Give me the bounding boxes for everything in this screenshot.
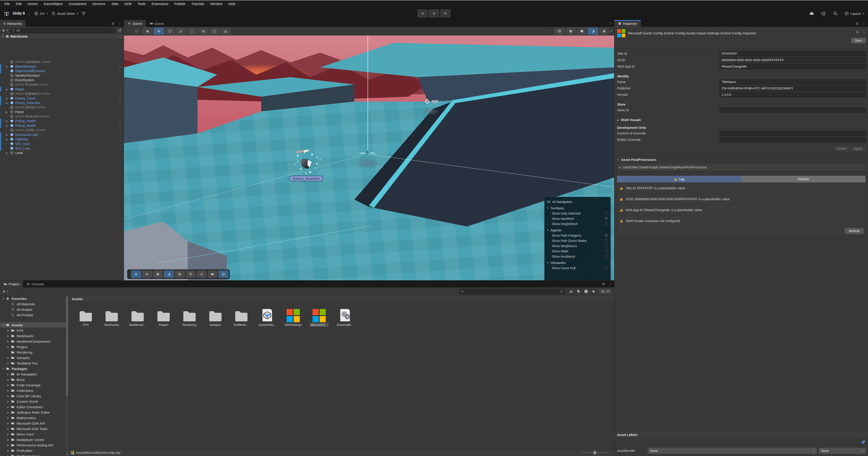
hierarchy-row[interactable]: ObjectiveKillEnemies› [0,69,124,73]
kebab-menu-icon[interactable]: ⋮ [862,30,866,34]
expander-icon[interactable]: ▶ [7,438,11,441]
project-tree-item[interactable]: Rendering [0,349,65,355]
favorites-star-icon[interactable] [592,290,595,293]
expander-icon[interactable]: ▶ [7,378,11,381]
nav-option-row[interactable]: Show NavMesh✓ [547,216,608,221]
hierarchy-row[interactable]: ▶Player› [0,87,124,91]
checkbox[interactable] [605,254,608,258]
kebab-menu-icon[interactable]: ⋮ [118,34,122,39]
hierarchy-row[interactable]: ▶Level [0,151,124,155]
hierarchy-row[interactable]: ▶Enemy_Turret› [0,96,124,100]
checkbox-checked[interactable]: ✓ [605,234,608,237]
prefab-chevron-icon[interactable]: › [119,96,121,100]
account-button[interactable]: ZH ▼ [34,11,48,16]
shell-visuals-header[interactable]: ▶Shell Visuals [614,117,868,122]
hierarchy-row[interactable]: VFX_Lava› [0,146,124,151]
hierarchy-row[interactable]: ===== ENEMIES ===== [0,91,124,96]
tab-project[interactable]: Project [0,280,23,287]
open-new-window-icon[interactable] [118,28,121,32]
expander-icon[interactable]: ▶ [7,422,11,425]
menu-component[interactable]: Component [66,0,89,7]
transform-tool[interactable] [198,28,209,35]
expander-icon[interactable]: ▶ [7,406,11,408]
checkbox[interactable] [605,249,608,253]
hidden-items-toggle[interactable]: 27 [599,289,612,294]
expander-icon[interactable]: ▶ [7,373,11,375]
project-tree-item[interactable]: ▶Mathematics [0,415,65,421]
refresh-button[interactable]: Refresh [845,228,864,234]
step-button[interactable] [440,9,451,18]
menu-extensions[interactable]: Extensions [149,0,171,7]
scene-lighting-moon[interactable] [164,270,174,278]
project-tree-item[interactable]: ▶Mono Cecil [0,431,65,437]
asset-item[interactable]: ModAssets [99,307,125,327]
view-cube-tool[interactable] [131,28,142,35]
assetbundle-dropdown[interactable]: None▼ [648,448,816,454]
rotate-tool[interactable] [165,28,175,35]
gizmo-layers[interactable] [175,270,185,278]
expander-icon[interactable]: ▶ [7,384,11,386]
asset-item[interactable]: Plugins [151,307,177,327]
prefab-chevron-icon[interactable]: › [119,65,121,68]
overlay-settings[interactable] [142,270,152,278]
add-gameobject-button[interactable]: + [2,28,5,33]
shading-wireframe[interactable] [554,28,565,35]
hierarchy-row[interactable]: ===== GENERAL ===== [0,60,124,64]
asset-item[interactable]: DefaultVolu... [254,307,280,327]
navigation-compass[interactable] [218,270,228,278]
hierarchy-row[interactable]: ===== PLAYER ===== [0,82,124,87]
project-tree-item[interactable]: ▶Samples [0,355,65,360]
tree-scrollbar[interactable]: ▼ [65,296,68,456]
menu-publish[interactable]: Publish [171,0,188,7]
tab-console[interactable]: Console [23,280,48,287]
checkbox-checked[interactable]: ✓ [605,217,608,220]
project-tree-item[interactable]: ▶JetBrains Rider Editor [0,409,65,415]
expander-icon[interactable]: ▶ [7,346,11,348]
project-tree-item[interactable]: ▶Collections [0,388,65,393]
menu-gdk[interactable]: GDK [121,0,135,7]
expander-icon[interactable]: ▶ [6,88,10,91]
project-tree-item[interactable]: ▶Microsoft GDK API [0,421,65,426]
expander-icon[interactable]: ▶ [619,166,621,169]
hierarchy-row[interactable]: EventSystem [0,78,124,82]
play-button[interactable] [417,9,428,18]
nav-option-row[interactable]: Show HeightMesh [547,221,608,226]
project-tree-item[interactable]: All Models [0,307,65,312]
expander-icon[interactable]: ▼ [2,324,6,326]
expander-icon[interactable]: ▶ [7,417,11,419]
prefab-chevron-icon[interactable]: › [119,124,121,128]
asset-postprocessors-header[interactable]: ▼Asset PostProcessors [614,156,868,162]
revert-button[interactable]: Revert [833,146,849,152]
checkbox[interactable] [605,239,608,242]
scene-viewport[interactable]: ✦✦✦✦✦✦✦✦✦✦✦✦ Enemy_HoverBot AI Navigatio… [124,35,614,280]
nav-option-row[interactable]: Show Carve Hull [547,265,608,271]
menu-gameobject[interactable]: GameObject [41,0,66,7]
nav-group-header[interactable]: ▼Obstacles [547,260,608,265]
checkbox[interactable] [605,244,608,248]
lock-icon[interactable] [111,22,115,25]
project-tree-item[interactable]: ▶Code Coverage [0,382,65,388]
project-tree-item[interactable]: ▶Burst [0,377,65,382]
menu-window[interactable]: Window [207,0,225,7]
nav-group-header[interactable]: ▼Surfaces [547,205,608,211]
expander-icon[interactable]: ▶ [6,124,10,127]
prefab-chevron-icon[interactable]: › [119,101,121,105]
project-tree-item[interactable]: All Materials [0,301,65,307]
expander-icon[interactable]: ▶ [7,433,11,435]
expander-icon[interactable]: ▶ [617,119,619,121]
menu-tutorials[interactable]: Tutorials [188,0,207,7]
project-tree-item[interactable]: All Prefabs [0,312,65,318]
ekbid-override-field[interactable] [719,137,866,143]
nav-option-row[interactable]: Show Only Selected [547,211,608,216]
expander-icon[interactable]: ▶ [7,411,11,414]
log-entry[interactable]: Shell Visuals resources not configured. [617,215,866,226]
expander-icon[interactable]: ▶ [7,389,11,392]
add-asset-button[interactable]: + [3,289,5,294]
grid-visibility[interactable] [153,270,163,278]
asset-item[interactable]: FPS [73,307,99,327]
publisher-field[interactable]: CN=A4954634-DF4B-47C7-AB70-D3215D246AF1 [719,86,866,91]
menu-file[interactable]: File [1,0,13,7]
version-control-button[interactable] [82,11,86,16]
project-tree-item[interactable]: ▶Core RP Library [0,393,65,399]
hoverbot-scene-label[interactable]: Enemy_HoverBot [289,176,323,181]
